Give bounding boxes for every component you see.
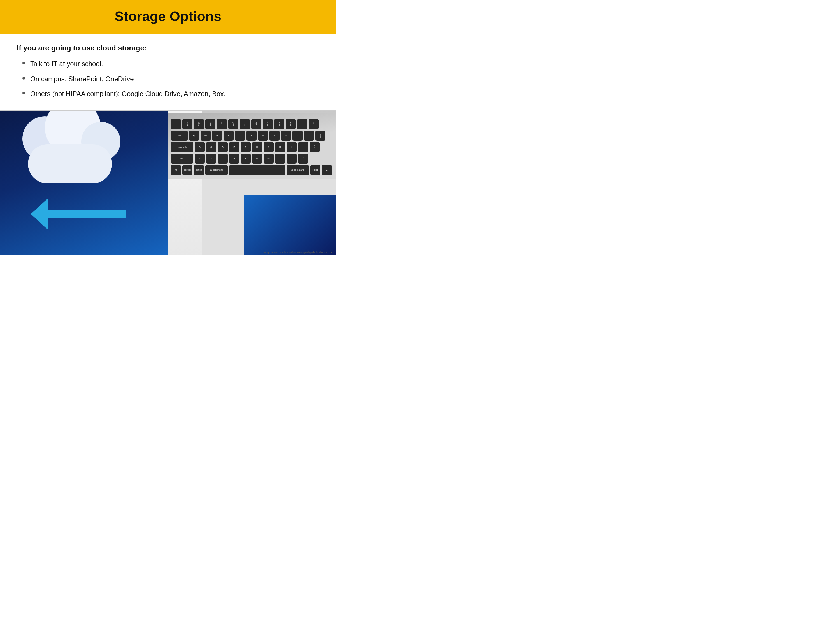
key-control: control	[182, 165, 193, 175]
key-command-r: ⌘ command	[287, 165, 309, 175]
key-e: E	[212, 131, 222, 141]
header-banner: Storage Options	[0, 0, 336, 34]
key-capslock: caps lock	[171, 142, 193, 152]
key-equals: +=	[309, 119, 319, 129]
key-fn: fn	[171, 165, 181, 175]
key-d: D	[218, 142, 228, 152]
bullet-text-1: Talk to IT at your school.	[30, 59, 103, 69]
key-period: >.	[287, 153, 297, 164]
key-2: @2	[194, 119, 204, 129]
list-item: Talk to IT at your school.	[22, 59, 319, 69]
blue-gradient-panel	[244, 195, 336, 256]
key-8: *8	[263, 119, 273, 129]
key-g: G	[241, 142, 251, 152]
cloud-body	[28, 144, 112, 183]
list-item: On campus: SharePoint, OneDrive	[22, 74, 319, 84]
key-space	[229, 165, 285, 175]
key-row-qwerty: tab Q W E R T Y U I O P {[ }]	[171, 131, 333, 141]
key-o: O	[281, 131, 291, 141]
key-b: B	[241, 153, 251, 164]
key-j: J	[264, 142, 274, 152]
key-l: L	[287, 142, 297, 152]
key-n: N	[252, 153, 262, 164]
key-c: C	[218, 153, 228, 164]
key-row-bottom: fn control option ⌘ command ⌘ command op…	[171, 165, 333, 175]
key-r: R	[224, 131, 234, 141]
key-lbracket: {[	[304, 131, 314, 141]
key-quote: "'	[309, 142, 320, 152]
key-rbracket: }]	[316, 131, 325, 141]
key-0: )0	[286, 119, 296, 129]
list-item: Others (not HIPAA compliant): Google Clo…	[22, 89, 319, 99]
key-semicolon: :;	[298, 142, 308, 152]
key-x: X	[206, 153, 216, 164]
key-z: Z	[195, 153, 205, 164]
cloud-shape	[17, 122, 123, 183]
key-k: K	[275, 142, 285, 152]
key-comma: <,	[275, 153, 285, 164]
arrow-head	[31, 199, 47, 229]
key-option-l: option	[194, 165, 204, 175]
key-p: P	[292, 131, 303, 141]
key-u: U	[258, 131, 268, 141]
key-4: $4	[217, 119, 227, 129]
key-w: W	[201, 131, 211, 141]
key-option-r: option	[310, 165, 321, 175]
key-minus: _-	[297, 119, 307, 129]
key-shift: shift	[171, 153, 193, 164]
key-i: I	[270, 131, 279, 141]
bullet-text-2: On campus: SharePoint, OneDrive	[30, 74, 134, 84]
key-backtick: ~`	[171, 119, 181, 129]
key-3: #3	[205, 119, 215, 129]
bullet-text-3: Others (not HIPAA compliant): Google Clo…	[30, 89, 226, 99]
key-row-zxcv: shift Z X C V B N M <, >. ?/	[171, 153, 333, 164]
key-7: &7	[251, 119, 261, 129]
key-a: A	[195, 142, 205, 152]
left-arrow	[36, 207, 132, 222]
key-t: T	[235, 131, 245, 141]
page-title: Storage Options	[115, 9, 221, 24]
keyboard-panel: ~` !1 @2 #3 $4 %5 ^6 &7 *8 (9 )0 _- += t…	[168, 111, 336, 256]
key-f: F	[229, 142, 239, 152]
key-6: ^6	[240, 119, 250, 129]
key-9: (9	[274, 119, 284, 129]
arrow-shaft	[47, 210, 126, 218]
key-q: Q	[189, 131, 199, 141]
bullet-dot	[22, 92, 25, 95]
key-v: V	[229, 153, 239, 164]
cloud-panel	[0, 111, 168, 256]
credit-text: https://pixabay.com/photos/cloud-storage…	[261, 251, 333, 254]
key-5: %5	[228, 119, 238, 129]
bullet-list: Talk to IT at your school. On campus: Sh…	[22, 59, 319, 99]
key-arrow-up: ▲	[322, 165, 332, 175]
bullet-dot	[22, 62, 25, 65]
key-s: S	[206, 142, 216, 152]
key-tab: tab	[171, 131, 188, 141]
key-y: Y	[246, 131, 257, 141]
arrow-container	[0, 207, 168, 222]
key-h: H	[252, 142, 262, 152]
key-row-asdf: caps lock A S D F G H J K L :; "'	[171, 142, 333, 152]
keyboard-wrapper: ~` !1 @2 #3 $4 %5 ^6 &7 *8 (9 )0 _- += t…	[168, 114, 336, 179]
key-1: !1	[182, 119, 193, 129]
intro-text: If you are going to use cloud storage:	[17, 44, 319, 52]
bullet-dot	[22, 77, 25, 79]
key-m: M	[264, 153, 274, 164]
content-area: If you are going to use cloud storage: T…	[0, 34, 336, 110]
key-command-l: ⌘ command	[205, 165, 228, 175]
key-slash: ?/	[298, 153, 308, 164]
key-row-numbers: ~` !1 @2 #3 $4 %5 ^6 &7 *8 (9 )0 _- +=	[171, 119, 333, 129]
image-area: ~` !1 @2 #3 $4 %5 ^6 &7 *8 (9 )0 _- += t…	[0, 110, 336, 256]
